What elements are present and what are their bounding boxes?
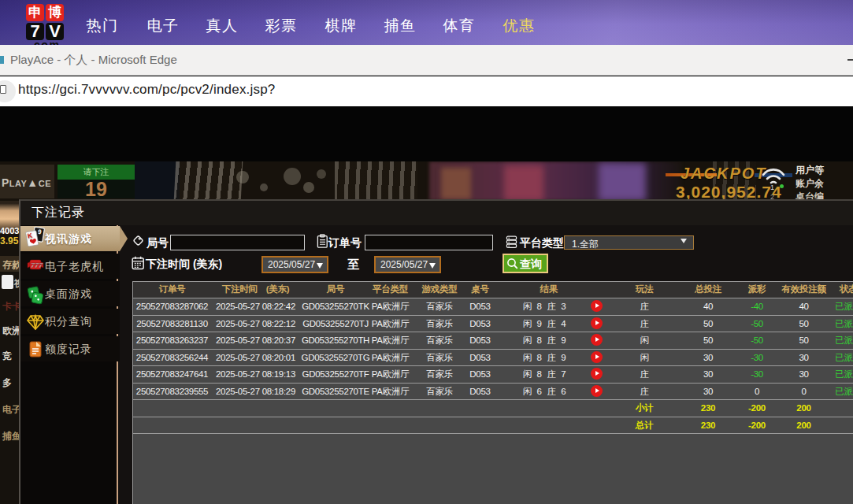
svg-text:777: 777 bbox=[31, 261, 43, 269]
